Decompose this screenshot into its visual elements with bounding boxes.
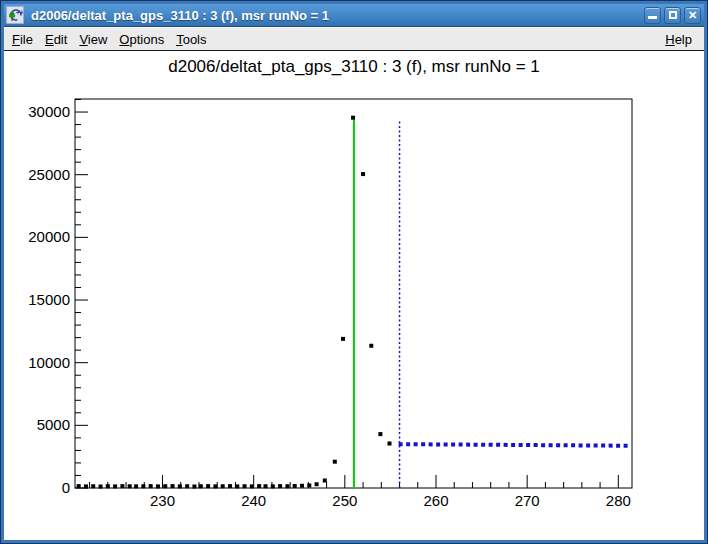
series-histogram-data-points <box>271 484 275 488</box>
series-histogram-data-points <box>163 484 167 488</box>
y-tick-label: 10000 <box>28 354 70 371</box>
x-tick-label: 250 <box>332 492 357 509</box>
y-tick-label: 15000 <box>28 291 70 308</box>
window-title: d2006/deltat_pta_gps_3110 : 3 (f), msr r… <box>31 8 644 23</box>
menu-item-help[interactable]: Help <box>659 30 698 49</box>
series-histogram-data-points <box>250 484 254 488</box>
series-histogram-data-points <box>106 484 110 488</box>
root-logo-glyph: ++ <box>7 7 23 23</box>
y-tick-label: 0 <box>62 479 70 496</box>
series-histogram-data-points <box>388 442 392 446</box>
series-histogram-data-points <box>333 460 337 464</box>
series-histogram-data-points <box>91 484 95 488</box>
series-histogram-data-points <box>149 484 153 488</box>
series-histogram-data-points <box>213 484 217 488</box>
series-histogram-data-points <box>178 484 182 488</box>
series-histogram-data-points <box>120 484 124 488</box>
series-histogram-data-points <box>77 484 81 488</box>
menu-item-options[interactable]: Options <box>113 30 170 49</box>
series-histogram-data-points <box>351 116 355 120</box>
menu-item-edit[interactable]: Edit <box>39 30 73 49</box>
y-tick-label: 25000 <box>28 166 70 183</box>
series-background-level-line <box>399 444 631 446</box>
svg-text:++: ++ <box>16 9 23 16</box>
close-icon: ✕ <box>688 10 697 21</box>
series-histogram-data-points <box>171 484 175 488</box>
series-histogram-data-points <box>293 484 297 488</box>
titlebar[interactable]: ++ d2006/deltat_pta_gps_3110 : 3 (f), ms… <box>4 4 704 27</box>
series-histogram-data-points <box>192 484 196 488</box>
series-histogram-data-points <box>235 484 239 488</box>
series-histogram-data-points <box>128 484 132 488</box>
series-histogram-data-points <box>228 484 232 488</box>
series-histogram-data-points <box>278 484 282 488</box>
series-histogram-data-points <box>361 172 365 176</box>
series-histogram-data-points <box>99 484 103 488</box>
series-histogram-data-points <box>156 484 160 488</box>
root-canvas-window: ++ d2006/deltat_pta_gps_3110 : 3 (f), ms… <box>0 0 708 544</box>
menu-item-tools[interactable]: Tools <box>170 30 212 49</box>
root-logo-icon[interactable]: ++ <box>6 6 24 24</box>
close-button[interactable]: ✕ <box>684 7 701 24</box>
x-tick-label: 240 <box>241 492 266 509</box>
x-tick-label: 260 <box>423 492 448 509</box>
series-histogram-data-points <box>221 484 225 488</box>
y-tick-label: 5000 <box>37 416 70 433</box>
menu-item-view[interactable]: View <box>73 30 113 49</box>
series-histogram-data-points <box>300 484 304 488</box>
y-tick-label: 30000 <box>28 103 70 120</box>
plot-canvas[interactable]: d2006/deltat_pta_gps_3110 : 3 (f), msr r… <box>4 51 704 540</box>
series-histogram-data-points <box>369 344 373 348</box>
series-histogram-data-points <box>141 484 145 488</box>
series-histogram-data-points <box>378 432 382 436</box>
x-tick-label: 230 <box>150 492 175 509</box>
x-tick-label: 280 <box>606 492 631 509</box>
series-histogram-data-points <box>199 484 203 488</box>
series-histogram-data-points <box>307 483 311 487</box>
series-histogram-data-points <box>341 337 345 341</box>
y-tick-label: 20000 <box>28 228 70 245</box>
minimize-button[interactable] <box>644 7 661 24</box>
series-histogram-data-points <box>264 484 268 488</box>
x-tick-label: 270 <box>515 492 540 509</box>
series-histogram-data-points <box>323 478 327 482</box>
maximize-icon <box>669 11 677 19</box>
menubar: File Edit View Options Tools Help <box>4 27 704 51</box>
histogram-plot[interactable]: 2302402502602702800500010000150002000025… <box>4 51 704 540</box>
menu-item-file[interactable]: File <box>6 30 39 49</box>
series-histogram-data-points <box>206 484 210 488</box>
series-histogram-data-points <box>257 484 261 488</box>
series-histogram-data-points <box>185 484 189 488</box>
series-histogram-data-points <box>134 484 138 488</box>
series-histogram-data-points <box>113 484 117 488</box>
series-histogram-data-points <box>285 484 289 488</box>
series-histogram-data-points <box>315 482 319 486</box>
minimize-icon <box>648 16 657 19</box>
series-histogram-data-points <box>243 484 247 488</box>
maximize-button[interactable] <box>664 7 681 24</box>
series-histogram-data-points <box>84 484 88 488</box>
